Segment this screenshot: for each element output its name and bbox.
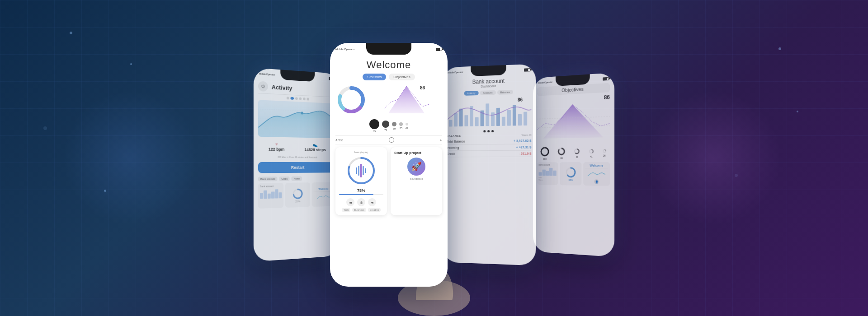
obj-bar [550,168,553,176]
bank-card-label: Bank account [260,185,282,188]
progress-fill [339,194,373,195]
obj-bar [542,170,545,176]
colds-tab[interactable]: Colds [279,177,290,181]
user-avatar: 👤 [594,179,599,184]
obj-circles-row: 100 86 61 [537,145,610,160]
phone-activity: Mobile Operator ⚙ Activity [254,68,340,262]
obj-bottom-cards: Bank account Date Name [537,162,610,186]
bar [264,191,267,199]
circle-chart-86 [557,147,566,156]
restart-button[interactable]: Restart [258,162,335,173]
delete-button[interactable]: 🗑 [357,198,365,206]
circular-progress [345,155,377,186]
particle [735,174,738,177]
account-bank-tab[interactable]: Account [480,90,495,95]
svg-text:86: 86 [420,85,425,90]
steps-value: 14528 steps [305,148,326,152]
user-icon-row: 👤 [594,179,599,184]
activity-bank-tab[interactable]: Activity [464,91,478,96]
gear-icon: ⚙ [258,81,268,92]
battery-icon-obj [603,77,609,80]
artist-row: Artist ▶ [335,135,442,144]
prev-button[interactable]: ⏮ [346,198,354,206]
circle-chart-100 [540,146,550,157]
startup-title: Start Up project [394,151,439,155]
svg-rect-30 [507,110,511,125]
phone4-content: Objectives 86 [533,82,614,257]
phone3-content: Bank account Dashboard Activity Account … [443,73,536,266]
connected-label: 62% [568,179,572,181]
obj-ring [565,166,576,179]
phone-welcome: Mobile Operator Welcome Statistics Objec… [330,43,448,287]
dots-indicator [447,130,531,133]
phone-bank: Mobile Operator Bank account Dashboard A… [443,64,536,266]
welcome-title: Welcome [335,55,442,74]
circle-chart-61 [574,148,580,155]
page-dot [303,98,306,100]
progress-label: 22 % [295,200,300,203]
page-dot [307,98,309,100]
circle-3: 60 [392,122,396,130]
battery-icon-center [436,48,442,51]
bottom-row: Now playing 78% [335,147,442,215]
week-label: Week 43 [521,134,531,136]
credit-row: Credit -651.9 $ [447,151,531,158]
genre-creative[interactable]: Creative [368,208,381,212]
circle-icon [399,122,403,126]
mini-bar-chart [260,188,282,199]
activity-title: Activity [272,84,292,92]
svg-rect-27 [491,112,495,126]
total-balance-name: Total Balance [447,140,465,143]
obj-circle-61: 61 [574,148,580,158]
obj-circle-86: 86 [557,147,566,160]
obj-mini-card-2: 62% [560,162,581,186]
particle [797,111,798,112]
home-tab[interactable]: Home [292,177,302,181]
particle [130,63,132,65]
page-dot [299,98,302,100]
carrier-obj: Mobile Operator [538,81,553,84]
mini-ring-chart [292,187,304,200]
circle-chart-41 [588,148,594,154]
statistics-tab[interactable]: Statistics [363,74,386,80]
bar [260,193,263,199]
particle [104,190,106,192]
welcome-tabs: Statistics Objectives [335,74,442,80]
balance-bank-tab[interactable]: Balance [497,90,513,95]
bank-header: Bank account Dashboard [447,74,531,90]
stats-row: ♥ 122 bpm 👟 14528 steps [258,139,335,154]
progress-percent: 78% [357,188,365,193]
mini-tabs: Bank account Colds Home [258,176,335,181]
search-icon[interactable] [389,137,394,143]
balance-section: BALANCE Week 43 Total Balance + 3,527.62… [447,134,531,157]
page-dot [286,97,289,99]
balance-label: BALANCE [447,135,461,137]
artist-label: Artist [335,139,343,142]
svg-rect-22 [464,115,468,126]
circle-1: 85 [369,119,379,133]
carrier-bank: Mobile Operator [448,71,463,74]
bar [271,191,274,199]
circle-icon [369,119,379,129]
steps-stat: 👟 14528 steps [305,142,326,152]
genre-business[interactable]: Business [352,208,366,212]
bank-tab[interactable]: Bank account [258,177,278,181]
svg-text:86: 86 [518,97,523,102]
genre-tech[interactable]: Tech [342,208,351,212]
svg-rect-14 [356,167,357,174]
svg-rect-18 [365,168,366,173]
now-playing-label: Now playing [354,151,368,153]
svg-rect-20 [454,113,458,127]
bank-account-label: Bank account [538,164,556,166]
page-dot [295,97,298,100]
activity-subtitle: 800 Miles in 1 hour 30 minutes and 9 sec… [258,156,335,159]
next-button[interactable]: ⏭ [368,198,376,206]
svg-rect-21 [459,109,463,127]
objectives-tab[interactable]: Objectives [389,74,415,80]
svg-rect-28 [496,108,500,126]
circle-icon [406,123,408,125]
svg-rect-31 [513,105,516,125]
music-controls: ⏮ 🗑 ⏭ [346,198,376,206]
wave-chart [258,100,335,138]
carrier-text: Mobile Operator [259,72,275,76]
